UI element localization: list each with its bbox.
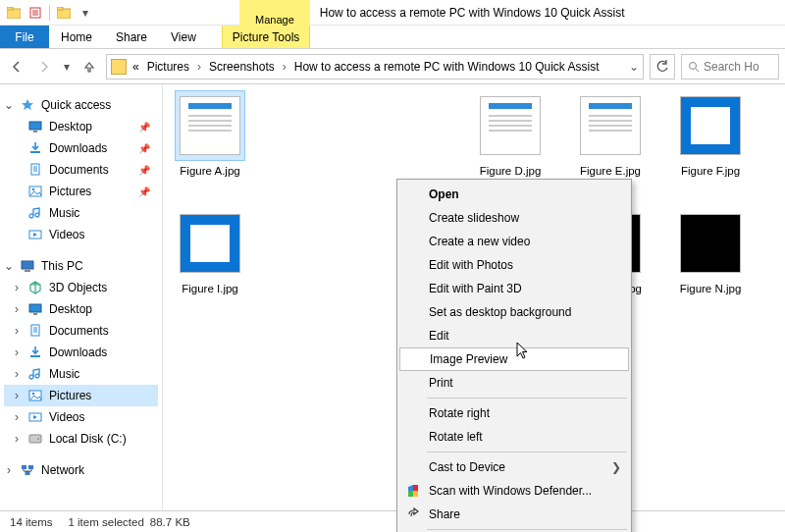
expand-icon[interactable]: › [12,324,22,338]
context-menu-label: Print [429,376,453,390]
tree-network[interactable]: › Network [4,459,158,481]
tab-share[interactable]: Share [104,26,159,48]
svg-point-33 [37,438,39,440]
context-menu-item[interactable]: Rotate left [399,425,629,449]
expand-icon[interactable]: › [12,346,22,359]
tree-item-desktop[interactable]: Desktop📌 [4,116,158,137]
context-menu-item[interactable]: Cast to Device❯ [399,455,629,479]
file-item[interactable]: Figure D.jpg [469,90,551,185]
collapse-icon[interactable]: ⌄ [4,259,14,273]
tree-label: Quick access [41,98,111,112]
expand-icon[interactable]: › [12,389,22,402]
tree-item-3d[interactable]: ›3D Objects [4,277,158,298]
context-menu-item[interactable]: Open [399,183,629,206]
tree-item-music[interactable]: ›Music [4,363,158,385]
back-button[interactable] [6,56,27,78]
tree-label: Music [49,367,79,381]
tree-item-downloads[interactable]: ›Downloads [4,342,158,363]
collapse-icon[interactable]: ⌄ [4,98,14,112]
file-item[interactable]: Figure N.jpg [669,208,752,302]
tree-label: Videos [49,228,84,241]
context-menu-item[interactable]: Edit with Photos [399,253,629,277]
svg-rect-12 [30,151,40,153]
videos-icon [27,227,43,242]
context-menu-item[interactable]: Set as desktop background [399,300,629,324]
tree-label: Downloads [49,346,107,359]
file-item[interactable]: Figure I.jpg [169,208,251,302]
expand-icon[interactable]: › [12,432,22,446]
breadcrumb-item[interactable]: How to access a remote PC with Windows 1… [292,60,602,74]
tree-item-videos[interactable]: Videos [4,224,158,245]
context-menu-item[interactable]: Create a new video [399,230,629,253]
search-placeholder: Search Ho [704,60,759,74]
tree-item-documents[interactable]: ›Documents [4,320,158,342]
disk-icon [27,431,43,447]
tree-item-videos[interactable]: ›Videos [4,406,158,428]
new-folder-icon[interactable] [56,5,72,21]
file-thumbnail [575,90,646,161]
file-item[interactable]: Figure F.jpg [669,90,752,185]
file-thumbnail [175,208,245,279]
chevron-right-icon[interactable]: › [281,60,288,74]
tree-label: This PC [41,259,83,273]
address-dropdown-icon[interactable]: ⌄ [629,60,639,74]
expand-icon[interactable]: › [12,410,22,424]
tree-item-disk[interactable]: ›Local Disk (C:) [4,428,158,450]
svg-rect-10 [29,122,41,130]
music-icon [27,205,43,221]
context-menu-item[interactable]: Share [399,503,629,526]
context-menu-item[interactable]: Image Preview [399,347,629,371]
tree-item-pictures[interactable]: Pictures📌 [4,181,158,202]
refresh-button[interactable] [650,54,675,80]
context-menu-label: Scan with Windows Defender... [429,484,592,498]
tree-item-downloads[interactable]: Downloads📌 [4,137,158,159]
context-menu-item[interactable]: Edit with Paint 3D [399,277,629,300]
breadcrumb-root[interactable]: « [131,60,141,74]
chevron-right-icon[interactable]: › [195,60,203,74]
tree-item-documents[interactable]: Documents📌 [4,159,158,181]
expand-icon[interactable]: › [12,281,22,294]
tree-item-pictures[interactable]: ›Pictures [4,385,158,406]
context-menu-item[interactable]: Rotate right [399,401,629,425]
file-label: Figure D.jpg [480,165,542,177]
tab-home[interactable]: Home [49,26,104,48]
context-menu-item[interactable]: Edit [399,324,629,347]
search-box[interactable]: Search Ho [681,54,779,80]
expand-icon[interactable]: › [4,463,14,477]
share-icon [405,506,421,522]
file-tab[interactable]: File [0,26,49,48]
window-title: How to access a remote PC with Windows 1… [310,6,625,20]
context-menu-item[interactable]: Create slideshow [399,206,629,230]
tree-item-desktop[interactable]: ›Desktop [4,298,158,320]
tree-this-pc[interactable]: ⌄ This PC [4,255,158,277]
expand-icon[interactable]: › [12,302,22,316]
forward-button[interactable] [33,56,55,78]
file-item[interactable]: Figure A.jpg [169,90,251,185]
pc-icon [20,258,35,274]
context-menu-item[interactable]: Print [399,371,629,395]
up-button[interactable] [78,56,100,78]
title-bar: ▾ Manage How to access a remote PC with … [0,0,785,26]
address-bar[interactable]: « Pictures › Screenshots › How to access… [106,54,644,80]
tree-item-music[interactable]: Music [4,202,158,224]
breadcrumb-item[interactable]: Screenshots [207,60,277,74]
recent-locations-button[interactable]: ▾ [61,56,73,78]
tree-label: Desktop [49,302,92,316]
svg-line-9 [696,69,699,72]
tree-label: Downloads [49,141,107,155]
file-list[interactable]: Figure A.jpgFigure D.jpgFigure E.jpgFigu… [163,84,785,510]
file-thumbnail [475,90,546,161]
expand-icon[interactable]: › [12,367,22,381]
tab-view[interactable]: View [159,26,208,48]
context-menu: OpenCreate slideshowCreate a new videoEd… [396,179,632,532]
breadcrumb-item[interactable]: Pictures [145,60,191,74]
tab-picture-tools[interactable]: Picture Tools [222,26,310,48]
context-menu-item[interactable]: Scan with Windows Defender... [399,479,629,503]
pictures-icon [27,184,43,199]
properties-icon[interactable] [27,5,43,21]
file-item[interactable]: Figure E.jpg [569,90,652,185]
qat-dropdown-icon[interactable]: ▾ [78,5,93,21]
tree-label: 3D Objects [49,281,107,294]
tree-quick-access[interactable]: ⌄ Quick access [4,94,158,116]
context-menu-label: Cast to Device [429,460,505,474]
